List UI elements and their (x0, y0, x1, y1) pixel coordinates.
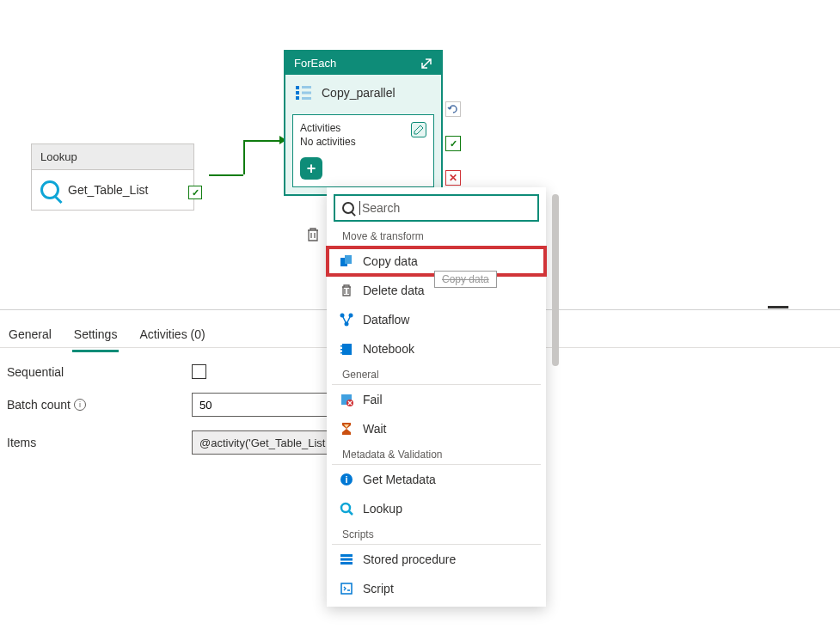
activity-search-input[interactable] (362, 201, 530, 215)
completion-connector[interactable] (445, 101, 461, 117)
dataflow-icon (339, 312, 354, 327)
foreach-header: ForEach (285, 52, 441, 75)
section-metadata-validation: Metadata & Validation (332, 443, 541, 465)
connector-arrow[interactable] (209, 174, 283, 217)
delete-icon[interactable] (306, 227, 320, 245)
items-label: Items (7, 436, 192, 449)
svg-rect-21 (340, 559, 353, 561)
activity-script[interactable]: Script (327, 574, 546, 603)
foreach-activity-node[interactable]: ForEach Copy_parallel Activities No acti… (284, 50, 443, 196)
section-general: General (332, 363, 541, 385)
delete-data-icon (339, 283, 354, 298)
svg-rect-23 (341, 583, 352, 594)
svg-rect-2 (296, 96, 299, 100)
svg-rect-20 (340, 554, 353, 557)
search-icon (342, 202, 354, 214)
svg-rect-13 (340, 349, 343, 351)
activity-fail[interactable]: Fail (327, 385, 546, 414)
panel-collapse-handle[interactable] (768, 306, 788, 308)
activity-stored-procedure[interactable]: Stored procedure (327, 545, 546, 574)
connector-handles: ✓ ✕ (445, 101, 461, 186)
copy-data-icon (339, 253, 354, 269)
svg-point-19 (341, 504, 350, 512)
svg-rect-3 (302, 86, 311, 89)
svg-rect-7 (345, 255, 352, 264)
batch-count-label: Batch count i (7, 398, 192, 412)
activity-picker-dropdown: Move & transform Copy data Delete data D… (327, 187, 546, 607)
svg-rect-5 (302, 97, 311, 100)
info-icon[interactable]: i (74, 399, 86, 411)
foreach-title-row: Copy_parallel (285, 75, 441, 111)
foreach-header-label: ForEach (294, 57, 336, 70)
expand-icon[interactable] (420, 58, 432, 70)
activity-notebook[interactable]: Notebook (327, 334, 546, 363)
svg-text:i: i (345, 474, 347, 485)
activity-wait[interactable]: Wait (327, 414, 546, 443)
lookup-activity-node[interactable]: Lookup Get_Table_List ✓ (31, 143, 194, 211)
tooltip: Copy data (434, 271, 497, 288)
activity-search-box[interactable] (334, 194, 539, 222)
section-scripts: Scripts (332, 523, 541, 545)
svg-rect-11 (342, 344, 352, 355)
success-connector[interactable]: ✓ (188, 186, 202, 199)
add-activity-button[interactable]: + (300, 157, 322, 180)
foreach-activities-panel: Activities No activities + (292, 114, 434, 187)
foreach-icon (294, 83, 313, 102)
lookup-activity-name: Get_Table_List (68, 183, 148, 197)
activity-get-metadata[interactable]: i Get Metadata (327, 465, 546, 494)
svg-rect-4 (302, 92, 311, 95)
foreach-activity-name: Copy_parallel (322, 86, 395, 100)
script-icon (339, 581, 354, 596)
svg-rect-22 (340, 562, 353, 565)
edit-icon[interactable] (411, 122, 426, 137)
svg-rect-12 (340, 345, 343, 347)
dropdown-scrollbar[interactable] (552, 194, 559, 366)
lookup-header: Lookup (32, 144, 193, 170)
fail-icon (339, 392, 354, 407)
svg-rect-14 (340, 352, 343, 354)
lookup-body: Get_Table_List (32, 170, 193, 210)
svg-rect-1 (296, 91, 299, 95)
activity-dataflow[interactable]: Dataflow (327, 305, 546, 334)
text-cursor (359, 201, 360, 215)
metadata-icon: i (339, 472, 354, 487)
sequential-label: Sequential (7, 365, 192, 379)
success-connector[interactable]: ✓ (445, 136, 461, 151)
items-input[interactable]: @activity('Get_Table_List (192, 430, 329, 455)
batch-count-input[interactable] (192, 393, 329, 417)
foreach-activities-label: Activities No activities (300, 122, 356, 149)
sequential-checkbox[interactable] (192, 364, 206, 379)
section-move-transform: Move & transform (332, 225, 541, 247)
failure-connector[interactable]: ✕ (445, 170, 461, 186)
lookup-small-icon (339, 501, 354, 516)
lookup-icon (40, 180, 59, 199)
stored-procedure-icon (339, 552, 354, 567)
notebook-icon (339, 341, 354, 357)
wait-icon (339, 421, 354, 436)
svg-rect-0 (296, 86, 299, 89)
activity-lookup[interactable]: Lookup (327, 494, 546, 523)
